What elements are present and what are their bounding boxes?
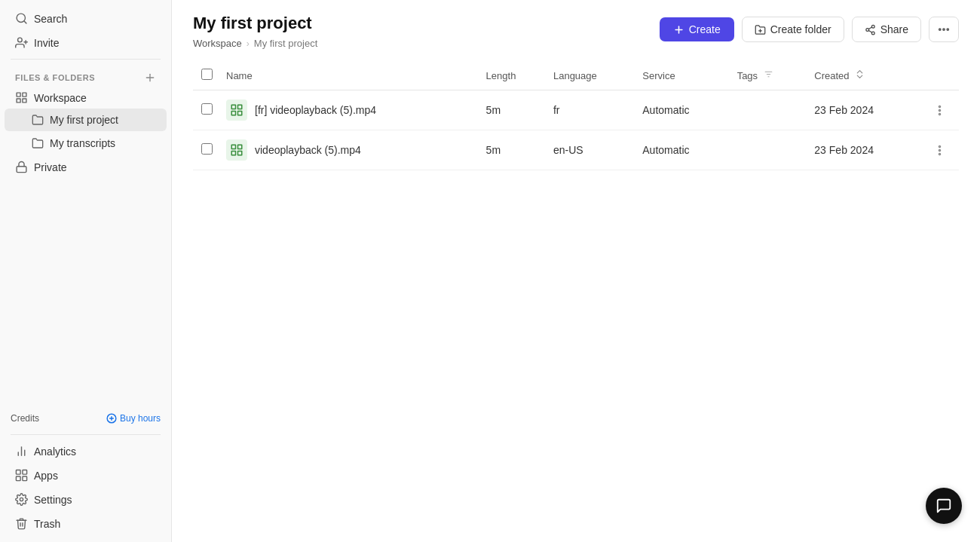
plus-circle-icon xyxy=(106,413,117,424)
row2-name-cell: videoplayback (5).mp4 xyxy=(220,130,480,170)
create-folder-label: Create folder xyxy=(770,23,831,35)
files-table: Name Length Language Service Tags xyxy=(193,61,959,170)
more-options-button[interactable] xyxy=(929,17,959,42)
svg-rect-8 xyxy=(23,93,26,96)
create-folder-button[interactable]: Create folder xyxy=(742,17,844,42)
row2-menu-button[interactable] xyxy=(929,141,951,160)
main-content: My first project Workspace › My first pr… xyxy=(172,0,980,542)
workspace-icon xyxy=(15,91,28,104)
svg-point-50 xyxy=(939,149,940,151)
sidebar-private-label: Private xyxy=(34,161,67,173)
sidebar-trash-label: Trash xyxy=(34,518,60,530)
row1-filename: [fr] videoplayback (5).mp4 xyxy=(255,104,376,116)
row2-checkbox-cell[interactable] xyxy=(193,130,220,170)
page-title: My first project xyxy=(193,14,317,33)
grid-icon-2 xyxy=(230,143,243,157)
select-all-checkbox[interactable] xyxy=(201,69,213,80)
sidebar-item-apps[interactable]: Apps xyxy=(5,464,167,487)
row2-service: Automatic xyxy=(636,130,730,170)
more-vertical-icon xyxy=(933,104,946,117)
row1-length: 5m xyxy=(480,90,547,130)
row1-tags xyxy=(731,90,809,130)
sidebar-item-invite[interactable]: Invite xyxy=(5,31,167,54)
buy-hours-button[interactable]: Buy hours xyxy=(106,413,161,424)
svg-rect-10 xyxy=(23,99,26,103)
svg-rect-21 xyxy=(23,476,27,481)
sidebar-item-my-first-project[interactable]: My first project xyxy=(5,109,167,131)
row2-filename: videoplayback (5).mp4 xyxy=(255,144,361,156)
table-row[interactable]: [fr] videoplayback (5).mp4 5m fr Automat… xyxy=(193,90,959,130)
svg-point-43 xyxy=(939,109,940,111)
share-label: Share xyxy=(880,23,908,35)
fab-button[interactable] xyxy=(926,488,962,524)
tags-filter-icon[interactable] xyxy=(764,69,773,79)
svg-rect-46 xyxy=(238,145,242,149)
col-actions xyxy=(923,61,959,90)
svg-rect-20 xyxy=(16,476,20,481)
sidebar-divider-2 xyxy=(11,434,161,435)
sort-icon xyxy=(855,69,865,79)
row1-menu-cell[interactable] xyxy=(923,90,959,130)
share-button[interactable]: Share xyxy=(852,17,921,42)
svg-rect-40 xyxy=(231,112,235,115)
row2-length: 5m xyxy=(480,130,547,170)
svg-point-51 xyxy=(939,153,940,155)
col-language: Language xyxy=(547,61,636,90)
svg-point-22 xyxy=(20,498,23,501)
add-folder-button[interactable] xyxy=(144,72,156,84)
folder-plus-icon xyxy=(755,24,766,35)
sidebar-divider-1 xyxy=(11,59,161,60)
sidebar-item-settings[interactable]: Settings xyxy=(5,488,167,511)
row1-checkbox-cell[interactable] xyxy=(193,90,220,130)
row1-name-cell: [fr] videoplayback (5).mp4 xyxy=(220,90,480,130)
row1-service: Automatic xyxy=(636,90,730,130)
settings-icon xyxy=(15,493,28,506)
svg-point-33 xyxy=(943,29,945,30)
sidebar-item-my-transcripts[interactable]: My transcripts xyxy=(5,132,167,155)
lock-icon xyxy=(15,161,28,173)
more-vertical-icon-2 xyxy=(933,144,946,157)
svg-point-49 xyxy=(939,145,940,147)
sidebar-item-invite-label: Invite xyxy=(34,37,59,49)
apps-icon xyxy=(15,469,28,482)
row2-checkbox[interactable] xyxy=(201,143,213,155)
row1-language: fr xyxy=(547,90,636,130)
sidebar-analytics-label: Analytics xyxy=(34,446,76,458)
svg-line-31 xyxy=(868,27,871,29)
table-row[interactable]: videoplayback (5).mp4 5m en-US Automatic… xyxy=(193,130,959,170)
sidebar-item-workspace[interactable]: Workspace xyxy=(5,87,167,108)
trash-icon xyxy=(15,517,28,530)
create-button[interactable]: Create xyxy=(660,17,734,41)
sidebar-item-private[interactable]: Private xyxy=(5,155,167,179)
row2-tags xyxy=(731,130,809,170)
row1-created: 23 Feb 2024 xyxy=(808,90,923,130)
select-all-header[interactable] xyxy=(193,61,220,90)
folder-icon xyxy=(32,114,44,126)
sidebar-workspace-label: Workspace xyxy=(34,92,87,104)
col-tags: Tags xyxy=(731,61,809,90)
sidebar-item-search[interactable]: Search xyxy=(5,7,167,30)
row2-file-icon xyxy=(226,139,247,161)
breadcrumb-separator: › xyxy=(247,38,250,49)
create-label: Create xyxy=(689,23,721,35)
grid-icon xyxy=(230,103,243,117)
invite-icon xyxy=(15,36,28,49)
row2-language: en-US xyxy=(547,130,636,170)
buy-hours-label: Buy hours xyxy=(120,413,161,424)
col-length: Length xyxy=(480,61,547,90)
row2-menu-cell[interactable] xyxy=(923,130,959,170)
folder-icon-2 xyxy=(32,137,44,149)
svg-rect-19 xyxy=(23,470,27,474)
svg-line-30 xyxy=(868,30,871,32)
breadcrumb-workspace-link[interactable]: Workspace xyxy=(193,38,242,49)
row1-checkbox[interactable] xyxy=(201,103,213,115)
message-icon xyxy=(936,498,952,514)
more-horizontal-icon xyxy=(937,23,951,36)
row1-menu-button[interactable] xyxy=(929,101,951,120)
plus-icon xyxy=(673,24,684,35)
col-created[interactable]: Created xyxy=(808,61,923,90)
svg-point-32 xyxy=(939,29,941,30)
sidebar-item-analytics[interactable]: Analytics xyxy=(5,439,167,463)
sidebar-item-trash[interactable]: Trash xyxy=(5,512,167,535)
col-name: Name xyxy=(220,61,480,90)
